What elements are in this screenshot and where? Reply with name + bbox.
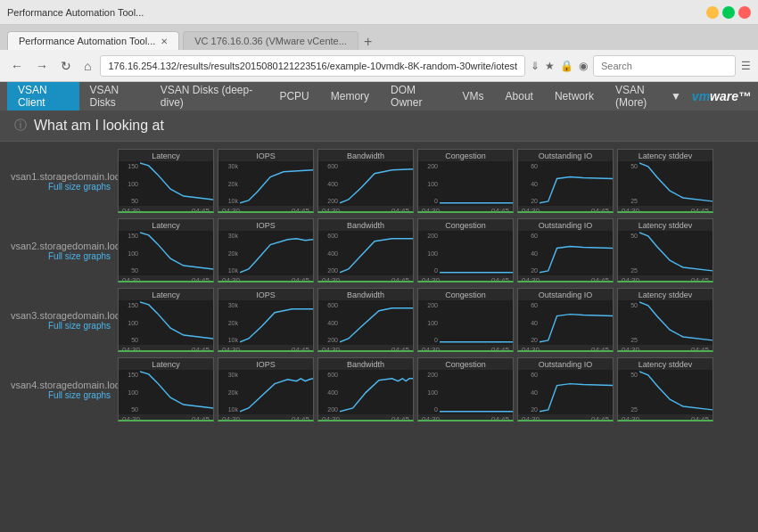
nav-vsan-disks-deep[interactable]: VSAN Disks (deep-dive) (150, 82, 269, 110)
nav-pcpu[interactable]: PCPU (268, 82, 319, 110)
graph-iops-4[interactable]: IOPS 30k 20k 10k 04:3004:45 (218, 357, 314, 422)
page-title: What am I looking at (34, 118, 164, 134)
app-container: VSAN Client VSAN Disks VSAN Disks (deep-… (0, 82, 758, 519)
menu-icon[interactable]: ☰ (741, 60, 751, 72)
close-button[interactable] (738, 6, 751, 19)
y-axis-outstanding-1: 60 40 20 (518, 161, 540, 206)
graph-title-congestion-1: Congestion (418, 150, 513, 161)
graph-latency-3[interactable]: Latency 150 100 50 04:3004:45 (118, 288, 214, 352)
browser-title: Performance Automation Tool... (7, 7, 706, 18)
graph-stddev-1[interactable]: Latency stddev 50 25 04:3004:45 (617, 149, 713, 213)
storage-label-4: vsan4.storagedomain.local Full size grap… (11, 380, 118, 400)
minimize-button[interactable] (706, 6, 719, 19)
graph-svg-stddev-1 (639, 161, 713, 205)
graph-svg-iops-1 (240, 161, 313, 205)
graph-stddev-4[interactable]: Latency stddev 50 25 04:3004:45 (617, 357, 713, 422)
graph-stddev-3[interactable]: Latency stddev 50 25 04:3004:45 (617, 288, 713, 352)
storage-row-2: vsan2.storagedomain.local Full size grap… (11, 218, 747, 282)
graph-svg-latency-1 (140, 161, 213, 205)
graphs-row-2: Latency 150 100 50 04:3004:45 (118, 218, 713, 282)
graph-iops-3[interactable]: IOPS 30k 20k 10k 04:3004:45 (218, 288, 314, 352)
graph-latency-2[interactable]: Latency 150 100 50 04:3004:45 (118, 218, 214, 282)
forward-button[interactable]: → (32, 57, 52, 75)
back-button[interactable]: ← (7, 57, 27, 75)
full-size-link-1[interactable]: Full size graphs (11, 182, 111, 192)
graph-area-congestion-1: 200 100 0 (418, 161, 513, 206)
graph-latency-4[interactable]: Latency 150 100 50 04:3004:45 (118, 357, 214, 422)
y-axis-latency-1: 150 100 50 (119, 161, 140, 206)
graph-area-stddev-1: 50 25 (618, 161, 713, 206)
graph-area-latency-1: 150 100 50 (119, 161, 213, 206)
graph-bandwidth-2[interactable]: Bandwidth 600 400 200 04:3004:45 (317, 218, 414, 282)
download-icon[interactable]: ⇓ (531, 60, 540, 72)
home-button[interactable]: ⌂ (80, 57, 95, 75)
nav-vsan-disks-label: VSAN Disks (90, 84, 139, 109)
address-icons: ⇓ ★ 🔒 ◉ (531, 60, 588, 72)
nav-dom-owner-label: DOM Owner (391, 84, 441, 109)
graph-stddev-2[interactable]: Latency stddev 50 25 04:3004:45 (617, 218, 713, 282)
graph-outstanding-1[interactable]: Outstanding IO 60 40 20 04:3004:45 (517, 149, 614, 213)
maximize-button[interactable] (722, 6, 735, 19)
full-size-link-4[interactable]: Full size graphs (11, 390, 111, 400)
nav-vsan-client-label: VSAN Client (18, 84, 69, 109)
graph-svg-outstanding-1 (540, 161, 613, 205)
address-bar: ← → ↻ ⌂ ⇓ ★ 🔒 ◉ ☰ (0, 50, 758, 82)
nav-vsan-disks[interactable]: VSAN Disks (79, 82, 150, 110)
active-tab[interactable]: Performance Automation Tool... ✕ (7, 31, 179, 50)
bookmark-icon[interactable]: ★ (545, 60, 555, 72)
graphs-row-1: Latency 150 100 50 04:3004:45 (118, 149, 713, 213)
graph-outstanding-3[interactable]: Outstanding IO 60 40 20 04:3004:45 (517, 288, 614, 352)
nav-vms-label: VMs (463, 90, 484, 102)
graphs-row-3: Latency 150 100 50 04:3004:45 (118, 288, 713, 352)
vmware-logo: vmware™ (692, 89, 751, 103)
address-input[interactable] (100, 55, 525, 77)
graph-footer-bandwidth-1: 04:3004:45 (318, 206, 413, 213)
tab-bar: Performance Automation Tool... ✕ VC 176.… (0, 25, 758, 50)
storage-domain-name-4: vsan4.storagedomain.local (11, 380, 128, 390)
refresh-button[interactable]: ↻ (57, 57, 75, 75)
shield-icon: ◉ (579, 60, 588, 72)
graph-area-outstanding-1: 60 40 20 (518, 161, 613, 206)
graph-area-iops-1: 30k 20k 10k (218, 161, 313, 206)
help-icon[interactable]: ⓘ (14, 118, 27, 134)
nav-vsan-disks-deep-label: VSAN Disks (deep-dive) (161, 84, 259, 109)
graph-svg-bandwidth-1 (340, 161, 413, 205)
lock-icon: 🔒 (560, 60, 573, 72)
full-size-link-2[interactable]: Full size graphs (11, 251, 111, 261)
storage-row-3: vsan3.storagedomain.local Full size grap… (11, 288, 747, 352)
graph-iops-2[interactable]: IOPS 30k 20k 10k 04:3004:45 (218, 218, 314, 282)
nav-vsan-more[interactable]: VSAN (More) ▼ (605, 82, 692, 110)
graph-footer-iops-1: 04:3004:45 (218, 206, 313, 213)
nav-vsan-more-label: VSAN (More) (615, 84, 667, 109)
inactive-tab[interactable]: VC 176.16.0.36 (VMware vCente... (183, 31, 358, 50)
browser-title-bar: Performance Automation Tool... (0, 0, 758, 25)
full-size-link-3[interactable]: Full size graphs (11, 321, 111, 331)
graph-footer-congestion-1: 04:3004:45 (418, 206, 513, 213)
graph-outstanding-4[interactable]: Outstanding IO 60 40 20 04:3004:45 (517, 357, 614, 422)
nav-vsan-client[interactable]: VSAN Client (7, 82, 79, 110)
graph-congestion-3[interactable]: Congestion 200 100 0 04:3004:45 (417, 288, 514, 352)
tab-close-icon[interactable]: ✕ (161, 37, 168, 46)
storage-label-3: vsan3.storagedomain.local Full size grap… (11, 310, 118, 331)
graph-iops-1[interactable]: IOPS 30k 20k 10k 04:3004:45 (218, 149, 314, 213)
nav-vms[interactable]: VMs (452, 82, 495, 110)
graph-bandwidth-4[interactable]: Bandwidth 600 400 200 04:3004:45 (317, 357, 414, 422)
nav-dom-owner[interactable]: DOM Owner (380, 82, 451, 110)
graph-bandwidth-1[interactable]: Bandwidth 600 400 200 04:3004:45 (317, 149, 414, 213)
graph-latency-1[interactable]: Latency 150 100 50 04:3004:45 (118, 149, 214, 213)
graph-congestion-2[interactable]: Congestion 200 100 0 04:3004:45 (417, 218, 514, 282)
search-input[interactable] (593, 55, 736, 77)
storage-domain-name-1: vsan1.storagedomain.local (11, 171, 128, 182)
graph-title-stddev-1: Latency stddev (618, 150, 713, 161)
storage-label-2: vsan2.storagedomain.local Full size grap… (11, 241, 118, 261)
storage-label-1: vsan1.storagedomain.local Full size grap… (11, 171, 118, 192)
nav-memory[interactable]: Memory (320, 82, 380, 110)
graph-outstanding-2[interactable]: Outstanding IO 60 40 20 04:3004:45 (517, 218, 614, 282)
nav-network[interactable]: Network (544, 82, 605, 110)
nav-about[interactable]: About (495, 82, 544, 110)
new-tab-button[interactable]: + (364, 34, 372, 50)
graph-congestion-1[interactable]: Congestion 200 100 0 04:3004:45 (417, 149, 514, 213)
graph-title-iops-1: IOPS (218, 150, 313, 161)
graph-congestion-4[interactable]: Congestion 200 100 0 04:3004:45 (417, 357, 514, 422)
graph-bandwidth-3[interactable]: Bandwidth 600 400 200 04:3004:45 (317, 288, 414, 352)
